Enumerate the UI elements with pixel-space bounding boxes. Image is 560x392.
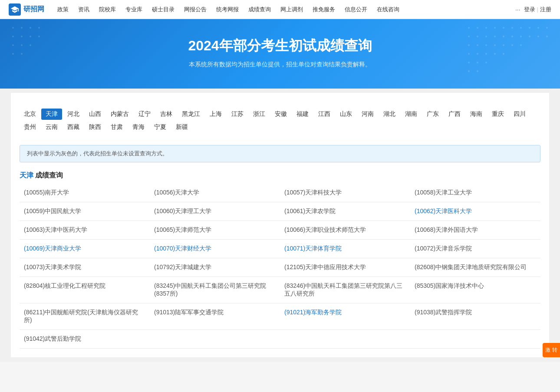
province-湖南[interactable]: 湖南: [401, 109, 422, 120]
province-黑龙江[interactable]: 黑龙江: [178, 109, 204, 120]
svg-point-18: [511, 27, 513, 29]
province-江苏[interactable]: 江苏: [227, 109, 248, 120]
school-cell: (91038)武警指挥学院: [410, 303, 540, 330]
province-青海[interactable]: 青海: [128, 122, 149, 133]
province-西藏[interactable]: 西藏: [63, 122, 84, 133]
table-row: (86211)中国舰船研究院(天津航海仪器研究所)(91013)陆军军事交通学院…: [20, 303, 540, 330]
svg-point-14: [477, 27, 478, 29]
nav-link-schools[interactable]: 院校库: [95, 0, 120, 19]
school-cell: [410, 330, 540, 349]
province-山东[interactable]: 山东: [336, 109, 356, 120]
school-link[interactable]: (10070)天津财经大学: [154, 245, 211, 252]
province-安徽[interactable]: 安徽: [270, 109, 291, 120]
svg-point-15: [485, 27, 487, 29]
nav-link-score[interactable]: 成绩查询: [244, 0, 275, 19]
svg-point-17: [503, 27, 504, 29]
nav-link-policy[interactable]: 政策: [53, 0, 73, 19]
school-cell: (10058)天津工业大学: [410, 184, 540, 202]
school-cell: (10060)天津理工大学: [150, 202, 280, 221]
nav-bar: 研招网 政策资讯院校库专业库硕士目录网报公告统考网报成绩查询网上调剂推免服务信息…: [0, 0, 560, 19]
province-北京[interactable]: 北京: [20, 109, 40, 120]
svg-point-19: [520, 27, 522, 29]
login-link[interactable]: 登录: [524, 6, 535, 13]
school-cell: (12105)天津中德应用技术大学: [280, 258, 410, 277]
province-浙江[interactable]: 浙江: [249, 109, 270, 120]
province-福建[interactable]: 福建: [292, 109, 313, 120]
school-cell: (10063)天津中医药大学: [20, 221, 150, 240]
province-row-1: 北京天津河北山西内蒙古辽宁吉林黑龙江上海江苏浙江安徽福建江西山东河南湖北湖南广东…: [20, 109, 540, 120]
school-cell: (91042)武警后勤学院: [20, 330, 150, 349]
nav-link-catalog[interactable]: 硕士目录: [148, 0, 179, 19]
school-link[interactable]: (10069)天津商业大学: [24, 245, 81, 252]
svg-point-22: [546, 27, 548, 29]
school-cell: (91021)海军勤务学院: [280, 303, 410, 330]
province-广西[interactable]: 广西: [444, 109, 465, 120]
nav-link-adjust[interactable]: 网上调剂: [276, 0, 307, 19]
school-link[interactable]: (10062)天津医科大学: [415, 208, 472, 214]
province-广东[interactable]: 广东: [422, 109, 443, 120]
province-辽宁[interactable]: 辽宁: [134, 109, 155, 120]
school-cell: (83245)中国航天科工集团公司第三研究院(8357所): [150, 277, 280, 303]
province-贵州[interactable]: 贵州: [20, 122, 40, 133]
school-cell: (85305)国家海洋技术中心: [410, 277, 540, 303]
school-cell: (91013)陆军军事交通学院: [150, 303, 280, 330]
province-宁夏[interactable]: 宁夏: [150, 122, 171, 133]
nav-link-consult[interactable]: 在线咨询: [372, 0, 404, 19]
province-湖北[interactable]: 湖北: [379, 109, 400, 120]
nav-links: 政策资讯院校库专业库硕士目录网报公告统考网报成绩查询网上调剂推免服务信息公开在线…: [53, 0, 512, 19]
province-江西[interactable]: 江西: [314, 109, 335, 120]
school-cell: (10792)天津城建大学: [150, 258, 280, 277]
province-上海[interactable]: 上海: [205, 109, 226, 120]
table-row: (82804)核工业理化工程研究院(83245)中国航天科工集团公司第三研究院(…: [20, 277, 540, 303]
nav-more[interactable]: ···: [512, 6, 524, 13]
school-cell: (10065)天津师范大学: [150, 221, 280, 240]
nav-link-info[interactable]: 信息公开: [340, 0, 372, 19]
province-天津[interactable]: 天津: [41, 109, 62, 120]
nav-logo[interactable]: 研招网: [9, 3, 44, 16]
province-山西[interactable]: 山西: [85, 109, 105, 120]
info-box: 列表中显示为灰色的，代表此招生单位未设置查询方式。: [20, 145, 540, 162]
nav-link-notice[interactable]: 网报公告: [180, 0, 211, 19]
nav-link-news[interactable]: 资讯: [74, 0, 94, 19]
school-link[interactable]: (10071)天津体育学院: [284, 245, 342, 252]
province-内蒙古[interactable]: 内蒙古: [106, 109, 133, 120]
logo-text: 研招网: [23, 5, 44, 14]
svg-point-48: [468, 70, 470, 72]
svg-point-16: [494, 27, 496, 29]
nav-link-majors[interactable]: 专业库: [121, 0, 147, 19]
province-新疆[interactable]: 新疆: [171, 122, 192, 133]
nav-link-enrollment[interactable]: 统考网报: [212, 0, 243, 19]
register-link[interactable]: 注册: [540, 6, 551, 13]
province-河北[interactable]: 河北: [63, 109, 84, 120]
school-cell: (10059)中国民航大学: [20, 202, 150, 221]
school-cell: (10072)天津音乐学院: [410, 240, 540, 258]
school-table: (10055)南开大学(10056)天津大学(10057)天津科技大学(1005…: [20, 184, 540, 349]
svg-point-49: [477, 70, 478, 72]
school-cell: [280, 330, 410, 349]
float-btn[interactable]: 激 转: [543, 343, 560, 357]
school-cell: (10066)天津职业技术师范大学: [280, 221, 410, 240]
nav-link-exempt[interactable]: 推免服务: [308, 0, 339, 19]
school-cell: (10061)天津农学院: [280, 202, 410, 221]
hero-subtitle: 本系统所有数据均为招生单位提供，招生单位对查询结果负责解释。: [9, 61, 551, 69]
province-云南[interactable]: 云南: [41, 122, 62, 133]
province-陕西[interactable]: 陕西: [85, 122, 105, 133]
school-link[interactable]: (91021)海军勤务学院: [284, 309, 342, 316]
province-海南[interactable]: 海南: [466, 109, 487, 120]
province-area: 北京天津河北山西内蒙古辽宁吉林黑龙江上海江苏浙江安徽福建江西山东河南湖北湖南广东…: [20, 102, 540, 138]
province-重庆[interactable]: 重庆: [488, 109, 508, 120]
province-甘肃[interactable]: 甘肃: [106, 122, 127, 133]
school-cell: (82804)核工业理化工程研究院: [20, 277, 150, 303]
province-吉林[interactable]: 吉林: [156, 109, 177, 120]
svg-point-0: [12, 27, 14, 29]
info-box-text: 列表中显示为灰色的，代表此招生单位未设置查询方式。: [27, 150, 168, 157]
nav-auth-divider: |: [537, 6, 538, 13]
svg-point-2: [30, 27, 31, 29]
school-cell: (10070)天津财经大学: [150, 240, 280, 258]
hero-title: 2024年部分考生初试成绩查询: [9, 36, 551, 56]
main-content: 北京天津河北山西内蒙古辽宁吉林黑龙江上海江苏浙江安徽福建江西山东河南湖北湖南广东…: [11, 93, 549, 357]
logo-icon: [9, 3, 21, 16]
school-cell: (10073)天津美术学院: [20, 258, 150, 277]
province-四川[interactable]: 四川: [509, 109, 530, 120]
province-河南[interactable]: 河南: [357, 109, 378, 120]
